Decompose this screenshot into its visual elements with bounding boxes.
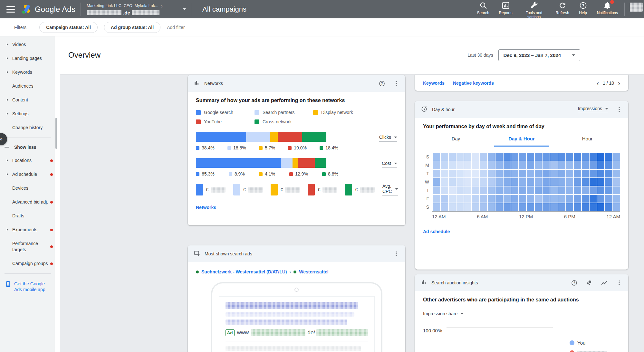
heatmap-cell-r1c17[interactable] bbox=[566, 161, 573, 169]
heatmap-cell-r3c16[interactable] bbox=[558, 178, 565, 186]
heatmap-cell-r4c23[interactable] bbox=[613, 186, 620, 194]
help-icon[interactable]: ? bbox=[571, 280, 578, 286]
impression-share-selector[interactable]: Impression share bbox=[423, 311, 464, 318]
heatmap-cell-r5c13[interactable] bbox=[535, 195, 542, 203]
nav-help[interactable]: ?Help bbox=[579, 0, 587, 15]
heatmap-cell-r6c18[interactable] bbox=[574, 203, 581, 211]
heatmap-cell-r0c4[interactable] bbox=[464, 153, 471, 161]
heatmap-cell-r0c9[interactable] bbox=[504, 153, 511, 161]
heatmap-cell-r1c22[interactable] bbox=[605, 161, 612, 169]
heatmap-cell-r6c17[interactable] bbox=[566, 203, 573, 211]
heatmap-cell-r6c3[interactable] bbox=[457, 203, 464, 211]
sidebar-item-audiences[interactable]: Audiences bbox=[0, 79, 55, 93]
heatmap-cell-r2c16[interactable] bbox=[558, 170, 565, 177]
heatmap-cell-r6c7[interactable] bbox=[488, 203, 495, 211]
heatmap-cell-r6c9[interactable] bbox=[504, 203, 511, 211]
line-chart-icon[interactable] bbox=[601, 279, 608, 287]
heatmap-cell-r6c20[interactable] bbox=[590, 203, 597, 211]
avg-cpc-metric-selector[interactable]: Avg. CPC bbox=[382, 184, 398, 196]
show-less-button[interactable]: Show less bbox=[0, 141, 55, 154]
heatmap-cell-r4c6[interactable] bbox=[480, 186, 487, 194]
heatmap-cell-r2c11[interactable] bbox=[519, 170, 526, 177]
chevron-left-icon[interactable]: ‹ bbox=[597, 80, 599, 86]
heatmap-cell-r6c5[interactable] bbox=[472, 203, 479, 211]
heatmap-cell-r5c7[interactable] bbox=[488, 195, 495, 203]
heatmap-cell-r4c13[interactable] bbox=[535, 186, 542, 194]
heatmap-cell-r0c19[interactable] bbox=[582, 153, 589, 161]
heatmap-cell-r3c2[interactable] bbox=[449, 178, 456, 186]
sidebar-item-ad-schedule[interactable]: Ad schedule bbox=[0, 167, 55, 181]
kebab-menu-icon[interactable] bbox=[393, 80, 399, 87]
heatmap-cell-r2c17[interactable] bbox=[566, 170, 573, 177]
heatmap-cell-r0c15[interactable] bbox=[550, 153, 557, 161]
heatmap-cell-r4c21[interactable] bbox=[597, 186, 604, 194]
sidebar-item-drafts[interactable]: Drafts bbox=[0, 209, 55, 223]
heatmap-cell-r5c2[interactable] bbox=[449, 195, 456, 203]
nav-search[interactable]: Search bbox=[477, 0, 489, 15]
heatmap-cell-r5c8[interactable] bbox=[495, 195, 503, 203]
heatmap-cell-r5c15[interactable] bbox=[550, 195, 557, 203]
heatmap-cell-r5c10[interactable] bbox=[511, 195, 518, 203]
heatmap-cell-r3c4[interactable] bbox=[464, 178, 471, 186]
heatmap-cell-r2c2[interactable] bbox=[449, 170, 456, 177]
chevron-right-icon[interactable]: › bbox=[618, 80, 620, 86]
clicks-metric-selector[interactable]: Clicks bbox=[379, 135, 397, 142]
heatmap-cell-r5c23[interactable] bbox=[613, 195, 620, 203]
heatmap-cell-r3c19[interactable] bbox=[582, 178, 589, 186]
sidebar-scrollbar[interactable] bbox=[55, 118, 57, 149]
heatmap-cell-r1c3[interactable] bbox=[457, 161, 464, 169]
sidebar-item-advanced-bid-adj[interactable]: Advanced bid adj. bbox=[0, 195, 55, 209]
heatmap-cell-r6c21[interactable] bbox=[597, 203, 604, 211]
heatmap-cell-r1c0[interactable] bbox=[433, 161, 440, 169]
heatmap-cell-r0c23[interactable] bbox=[613, 153, 620, 161]
sidebar-item-devices[interactable]: Devices bbox=[0, 181, 55, 195]
heatmap-cell-r2c14[interactable] bbox=[543, 170, 550, 177]
account-selector[interactable]: Marketing Link LLC. CEO: Mykola Luk...› … bbox=[82, 2, 181, 17]
heatmap-cell-r3c9[interactable] bbox=[504, 178, 511, 186]
heatmap-cell-r5c20[interactable] bbox=[590, 195, 597, 203]
heatmap-cell-r1c15[interactable] bbox=[550, 161, 557, 169]
heatmap-cell-r0c17[interactable] bbox=[566, 153, 573, 161]
link-negative-keywords[interactable]: Negative keywords bbox=[453, 81, 494, 86]
heatmap-cell-r3c21[interactable] bbox=[597, 178, 604, 186]
impressions-selector[interactable]: Impressions bbox=[578, 106, 608, 113]
heatmap-cell-r4c2[interactable] bbox=[449, 186, 456, 194]
heatmap-cell-r6c16[interactable] bbox=[558, 203, 565, 211]
filter-chip-ad-group-status-all[interactable]: Ad group status: All bbox=[104, 22, 160, 33]
heatmap-cell-r2c7[interactable] bbox=[488, 170, 495, 177]
heatmap-cell-r0c13[interactable] bbox=[535, 153, 542, 161]
ad-group-link[interactable]: Westernsattel bbox=[299, 269, 329, 274]
heatmap-cell-r4c10[interactable] bbox=[511, 186, 518, 194]
heatmap-cell-r0c16[interactable] bbox=[558, 153, 565, 161]
heatmap-cell-r0c2[interactable] bbox=[449, 153, 456, 161]
heatmap-cell-r6c6[interactable] bbox=[480, 203, 487, 211]
heatmap-cell-r5c1[interactable] bbox=[441, 195, 448, 203]
heatmap-cell-r4c22[interactable] bbox=[605, 186, 612, 194]
heatmap-cell-r2c1[interactable] bbox=[441, 170, 448, 177]
heatmap-cell-r4c3[interactable] bbox=[457, 186, 464, 194]
heatmap-cell-r5c21[interactable] bbox=[597, 195, 604, 203]
ad-schedule-link[interactable]: Ad schedule bbox=[423, 229, 450, 234]
heatmap-cell-r1c6[interactable] bbox=[480, 161, 487, 169]
heatmap-cell-r3c7[interactable] bbox=[488, 178, 495, 186]
heatmap-cell-r0c20[interactable] bbox=[590, 153, 597, 161]
tab-day[interactable]: Day bbox=[423, 136, 489, 147]
heatmap-cell-r6c22[interactable] bbox=[605, 203, 612, 211]
heatmap-cell-r2c23[interactable] bbox=[613, 170, 620, 177]
sidebar-item-experiments[interactable]: Experiments bbox=[0, 223, 55, 237]
heatmap-cell-r5c18[interactable] bbox=[574, 195, 581, 203]
heatmap-cell-r3c15[interactable] bbox=[550, 178, 557, 186]
heatmap-cell-r3c8[interactable] bbox=[495, 178, 503, 186]
heatmap-cell-r6c4[interactable] bbox=[464, 203, 471, 211]
heatmap-cell-r3c13[interactable] bbox=[535, 178, 542, 186]
heatmap-cell-r3c20[interactable] bbox=[590, 178, 597, 186]
sidebar-item-campaign-groups[interactable]: Campaign groups bbox=[0, 257, 55, 271]
heatmap-cell-r3c0[interactable] bbox=[433, 178, 440, 186]
heatmap-cell-r3c1[interactable] bbox=[441, 178, 448, 186]
sidebar-item-locations[interactable]: Locations bbox=[0, 154, 55, 167]
kebab-menu-icon[interactable] bbox=[616, 106, 622, 113]
heatmap-cell-r5c3[interactable] bbox=[457, 195, 464, 203]
tab-day-hour[interactable]: Day & Hour bbox=[489, 136, 554, 147]
sidebar-item-landing-pages[interactable]: Landing pages bbox=[0, 52, 55, 65]
sidebar-item-videos[interactable]: Videos bbox=[0, 38, 55, 52]
